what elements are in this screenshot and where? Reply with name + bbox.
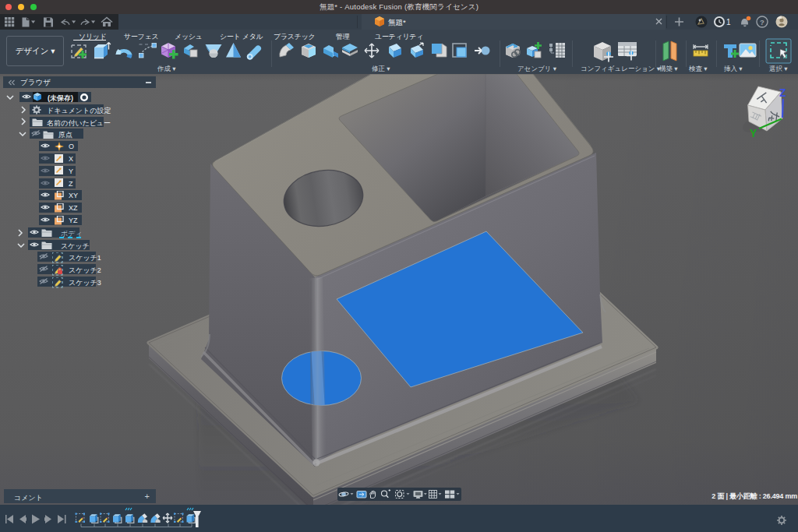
- svg-text:?: ?: [760, 18, 764, 26]
- svg-text:Y: Y: [750, 127, 757, 139]
- svg-text:無題*: 無題*: [388, 18, 406, 26]
- svg-text:Z: Z: [779, 86, 786, 99]
- svg-text:1: 1: [726, 18, 731, 26]
